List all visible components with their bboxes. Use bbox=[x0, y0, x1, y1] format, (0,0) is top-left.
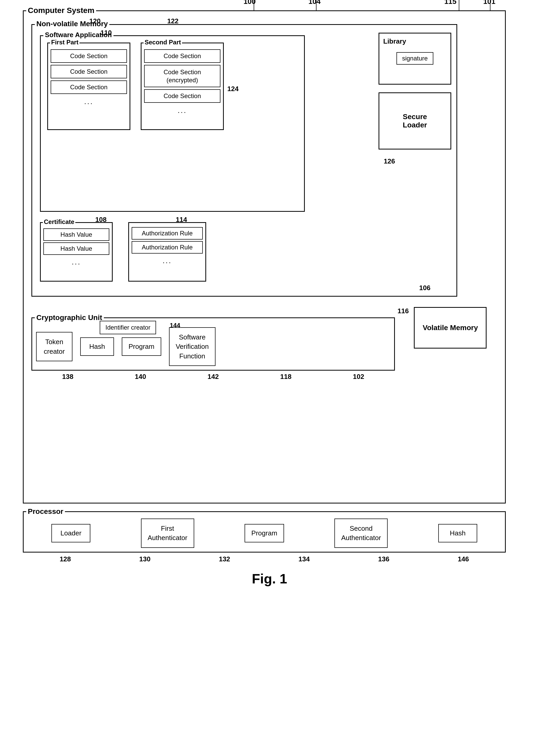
bottom-refs: 128 130 132 134 136 146 bbox=[23, 555, 506, 563]
secure-loader-box: Secure Loader bbox=[379, 93, 451, 150]
ref-100-label: 100 bbox=[244, 0, 256, 6]
ref-118: 118 bbox=[280, 373, 291, 381]
ref-146: 146 bbox=[458, 555, 469, 563]
code-section-5: Code Section bbox=[144, 89, 220, 103]
ref-102: 102 bbox=[353, 373, 364, 381]
token-creator-box: Token creator bbox=[36, 332, 72, 361]
computer-system-box: Computer System Non-volatile Memory 120 … bbox=[23, 10, 506, 504]
diagram-wrapper: 104 101 115 100 Computer System Non-vola… bbox=[23, 10, 516, 586]
ref-114: 114 bbox=[176, 216, 187, 224]
dots-2: ... bbox=[144, 105, 220, 116]
certificate-section: Certificate 108 Hash Value Hash Value ..… bbox=[40, 222, 451, 282]
secure-loader-label: Secure Loader bbox=[403, 113, 427, 129]
ref-134: 134 bbox=[299, 555, 310, 563]
library-label: Library bbox=[383, 37, 406, 45]
second-auth-box: Second Authenticator bbox=[335, 518, 388, 548]
identifier-creator-box: Identifier creator bbox=[100, 321, 156, 334]
hash-box: Hash bbox=[80, 337, 114, 356]
ref-126: 126 bbox=[384, 157, 451, 165]
dots-4: ... bbox=[132, 255, 203, 266]
ref-142: 142 bbox=[207, 373, 219, 381]
ref-101: 101 bbox=[483, 0, 496, 6]
first-part-box: First Part Code Section Code Section Cod… bbox=[47, 42, 130, 130]
second-part-box: Second Part Code Section Code Section (e… bbox=[141, 42, 224, 130]
ref-116: 116 bbox=[398, 307, 409, 315]
ref-140: 140 bbox=[135, 373, 146, 381]
processor-box: Processor Loader First Authenticator Pro… bbox=[23, 511, 506, 553]
crypto-row: Token creator Hash Program Software Veri… bbox=[36, 327, 390, 366]
ref-124: 124 bbox=[227, 85, 239, 93]
code-section-encrypted: Code Section (encrypted) bbox=[144, 65, 220, 87]
hash-value-2: Hash Value bbox=[43, 242, 109, 255]
crypto-volatile-row: Cryptographic Unit Identifier creator 14… bbox=[29, 307, 500, 371]
fig-label: Fig. 1 bbox=[23, 571, 516, 586]
ref-144: 144 bbox=[170, 322, 180, 329]
processor-label: Processor bbox=[26, 508, 65, 516]
parts-row: First Part Code Section Code Section Cod… bbox=[45, 40, 300, 133]
ref-132: 132 bbox=[219, 555, 230, 563]
page: 104 101 115 100 Computer System Non-vola… bbox=[13, 10, 526, 742]
certificate-label: Certificate bbox=[43, 218, 75, 226]
signature-box: signature bbox=[397, 52, 433, 65]
ref-108: 108 bbox=[95, 216, 107, 224]
ref-122: 122 bbox=[167, 17, 178, 25]
ref-115: 115 bbox=[444, 0, 456, 6]
processor-row: Loader First Authenticator Program Secon… bbox=[29, 518, 500, 548]
spacer-2 bbox=[144, 116, 220, 127]
certificate-box: Certificate 108 Hash Value Hash Value ..… bbox=[40, 222, 113, 282]
ref-106: 106 bbox=[419, 284, 430, 292]
ref-136: 136 bbox=[378, 555, 389, 563]
nonvolatile-memory-box: Non-volatile Memory 120 122 Software App… bbox=[32, 24, 457, 297]
first-auth-box: First Authenticator bbox=[141, 518, 194, 548]
dots-3: ... bbox=[43, 256, 109, 268]
spacer-1 bbox=[51, 107, 127, 118]
auth-rules-box: 114 Authorization Rule Authorization Rul… bbox=[128, 222, 206, 282]
ref-120: 120 bbox=[89, 17, 101, 25]
second-part-label: Second Part bbox=[144, 39, 182, 46]
program-box-crypto: Program bbox=[122, 337, 161, 356]
volatile-memory-label: Volatile Memory bbox=[423, 324, 478, 332]
hash-proc-box: Hash bbox=[438, 524, 477, 542]
hash-value-1: Hash Value bbox=[43, 228, 109, 241]
library-box: Library signature bbox=[379, 33, 451, 85]
computer-system-label: Computer System bbox=[26, 6, 96, 15]
auth-rule-2: Authorization Rule bbox=[132, 241, 203, 253]
code-section-1: Code Section bbox=[51, 49, 127, 63]
ref-138: 138 bbox=[62, 373, 73, 381]
svf-box: Software Verification Function bbox=[169, 327, 215, 366]
ref-130: 130 bbox=[139, 555, 150, 563]
first-part-label: First Part bbox=[50, 39, 79, 46]
crypto-unit-box: Cryptographic Unit Identifier creator 14… bbox=[32, 317, 395, 371]
spacer-4 bbox=[132, 266, 203, 277]
code-section-4: Code Section bbox=[144, 49, 220, 63]
ref-128: 128 bbox=[60, 555, 71, 563]
volatile-memory-box: Volatile Memory bbox=[414, 307, 487, 349]
ref-110: 110 bbox=[101, 29, 112, 37]
program-box-proc: Program bbox=[245, 524, 284, 542]
spacer-3 bbox=[43, 268, 109, 278]
dots-1: ... bbox=[51, 96, 127, 107]
ref-104: 104 bbox=[308, 0, 321, 6]
loader-box: Loader bbox=[51, 524, 90, 542]
right-column: Library signature Secure Loader 126 bbox=[379, 33, 451, 165]
software-app-box: Software Application 110 First Part Code… bbox=[40, 35, 305, 212]
crypto-ref-row: 138 140 142 118 102 bbox=[32, 373, 395, 381]
code-section-3: Code Section bbox=[51, 81, 127, 94]
code-section-2: Code Section bbox=[51, 65, 127, 78]
crypto-unit-label: Cryptographic Unit bbox=[35, 313, 104, 322]
auth-rule-1: Authorization Rule bbox=[132, 227, 203, 240]
